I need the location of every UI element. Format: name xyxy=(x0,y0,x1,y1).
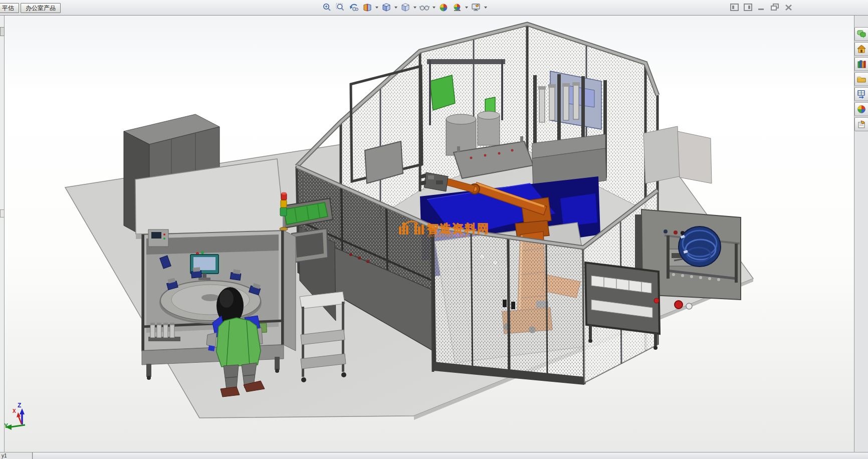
view-settings-dropdown[interactable] xyxy=(484,7,487,9)
pane-left-button[interactable] xyxy=(730,3,739,12)
pane-right-button[interactable] xyxy=(743,3,752,12)
hide-show-items-button[interactable] xyxy=(418,2,430,14)
display-style-dropdown[interactable] xyxy=(413,7,416,9)
tab-evaluate[interactable]: 平估 xyxy=(0,3,19,13)
x-axis-arrow xyxy=(17,412,21,417)
close-button[interactable] xyxy=(784,3,793,12)
pane-right-icon xyxy=(744,4,752,11)
operator-vest xyxy=(216,318,261,367)
minimize-button[interactable] xyxy=(757,3,766,12)
x-axis-label: X xyxy=(13,408,16,414)
folder-icon xyxy=(857,75,866,84)
view-orientation-dropdown[interactable] xyxy=(394,7,397,9)
heads-up-view-toolbar xyxy=(321,2,488,14)
apply-scene-button[interactable] xyxy=(451,2,463,14)
restore-icon xyxy=(771,4,779,11)
pane-left-icon xyxy=(730,4,739,11)
tab-office-products[interactable]: 办公室产品 xyxy=(21,3,61,13)
section-view-icon xyxy=(362,3,372,13)
orientation-triad: Z X Y xyxy=(5,402,25,430)
top-toolbar: 平估 办公室产品 xyxy=(0,0,868,16)
restore-button[interactable] xyxy=(770,3,779,12)
view-palette-button[interactable] xyxy=(854,87,868,101)
panel-collapse-handle[interactable] xyxy=(0,209,5,217)
window-controls xyxy=(730,3,793,12)
forum-button[interactable] xyxy=(854,27,868,41)
feature-manager-edge xyxy=(0,15,5,452)
home-icon xyxy=(857,45,866,54)
door-handle-left xyxy=(503,300,507,307)
mesh-doors xyxy=(433,227,584,385)
section-view-button[interactable] xyxy=(361,2,373,14)
electrical-box-1 xyxy=(643,126,680,183)
solidworks-resources-button[interactable] xyxy=(854,42,868,56)
previous-view-button[interactable] xyxy=(348,2,360,14)
z-axis-arrow xyxy=(20,408,25,414)
view-orientation-icon xyxy=(381,3,391,13)
operator-left-shoe xyxy=(221,387,240,397)
appearances-scenes-button[interactable] xyxy=(854,102,868,116)
custom-properties-button[interactable] xyxy=(854,117,868,131)
hide-show-items-dropdown[interactable] xyxy=(432,7,436,9)
graphics-viewport[interactable]: 智造资料网 SOURCING DATA Z X Y xyxy=(5,15,854,452)
design-library-button[interactable] xyxy=(854,57,868,71)
watermark-subtitle: SOURCING DATA xyxy=(427,234,468,238)
appearances-sphere-icon xyxy=(857,105,866,114)
scene-canvas: 智造资料网 SOURCING DATA Z X Y xyxy=(5,15,854,452)
y-axis-label: Y xyxy=(5,422,8,429)
door-handle-right xyxy=(511,302,515,309)
zoom-to-area-icon xyxy=(335,3,345,13)
previous-view-icon xyxy=(349,3,359,13)
edit-appearance-button[interactable] xyxy=(438,2,450,14)
status-bar: y1 xyxy=(0,452,868,459)
hide-show-items-icon xyxy=(419,3,430,13)
zoom-to-area-button[interactable] xyxy=(334,2,346,14)
panel-fragment xyxy=(0,27,5,36)
file-explorer-button[interactable] xyxy=(854,72,868,86)
close-icon xyxy=(785,4,792,11)
edit-appearance-icon xyxy=(439,3,449,13)
section-view-dropdown[interactable] xyxy=(375,7,378,9)
zoom-to-fit-icon xyxy=(322,3,332,13)
hose-coil xyxy=(679,226,721,267)
apply-scene-icon xyxy=(452,3,462,13)
apply-scene-dropdown[interactable] xyxy=(465,7,468,9)
view-settings-button[interactable] xyxy=(470,2,482,14)
emergency-stop-button xyxy=(675,301,683,309)
stack-light-yellow xyxy=(281,200,287,207)
z-axis-label: Z xyxy=(18,402,21,409)
command-manager-tabs: 平估 办公室产品 xyxy=(0,3,61,13)
view-orientation-button[interactable] xyxy=(380,2,392,14)
stack-light-green xyxy=(280,207,287,216)
books-icon xyxy=(857,60,866,69)
minimize-icon xyxy=(758,4,765,11)
electrical-box-2 xyxy=(678,131,712,183)
task-pane xyxy=(854,15,868,452)
side-console xyxy=(148,230,168,247)
view-settings-icon xyxy=(471,3,481,13)
display-style-button[interactable] xyxy=(399,2,411,14)
cad-application-window: 平估 办公室产品 xyxy=(0,0,868,459)
display-style-icon xyxy=(400,3,410,13)
zoom-to-fit-button[interactable] xyxy=(321,2,333,14)
view-palette-icon xyxy=(857,90,866,99)
status-left-label: y1 xyxy=(0,452,33,459)
custom-properties-icon xyxy=(857,120,866,129)
forum-icon xyxy=(857,30,866,39)
